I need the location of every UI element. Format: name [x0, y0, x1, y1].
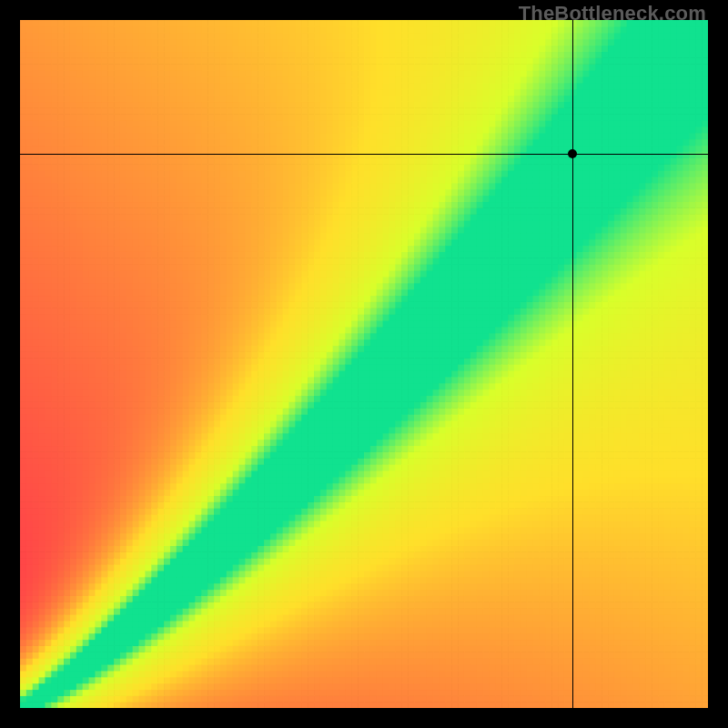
crosshair-dot — [568, 149, 577, 158]
heatmap-chart — [20, 20, 708, 708]
crosshair-horizontal — [20, 154, 708, 155]
crosshair-vertical — [572, 20, 573, 708]
heatmap-canvas — [20, 20, 708, 708]
